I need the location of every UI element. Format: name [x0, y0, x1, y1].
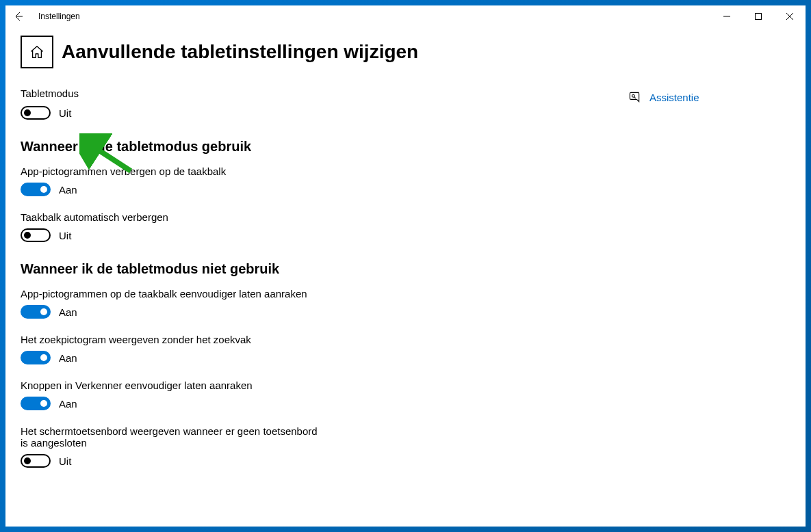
- toggle-row: Uit: [21, 228, 613, 242]
- close-button[interactable]: [774, 5, 806, 27]
- window-controls: [711, 5, 806, 27]
- tabletmode-toggle-row: Uit: [21, 106, 613, 120]
- section-not-using-heading: Wanneer ik de tabletmodus niet gebruik: [21, 261, 613, 277]
- minimize-icon: [723, 13, 730, 20]
- explorer-buttons-toggle[interactable]: [21, 397, 51, 410]
- tabletmode-label: Tabletmodus: [21, 88, 613, 99]
- setting-desc: Het zoekpictogram weergeven zonder het z…: [21, 334, 322, 345]
- tabletmode-toggle[interactable]: [21, 106, 51, 120]
- svg-rect-0: [756, 14, 762, 20]
- home-button[interactable]: [21, 36, 53, 68]
- setting-onscreen-keyboard: Het schermtoetsenbord weergeven wanneer …: [21, 425, 613, 468]
- settings-window: Instellingen Aanvullende tabletinst: [5, 5, 806, 527]
- window-title: Instellingen: [38, 12, 80, 21]
- tabletmode-state: Uit: [59, 107, 71, 119]
- minimize-button[interactable]: [711, 5, 743, 27]
- toggle-row: Uit: [21, 454, 613, 468]
- page-header: Aanvullende tabletinstellingen wijzigen: [21, 36, 613, 68]
- autohide-taskbar-toggle[interactable]: [21, 228, 51, 242]
- hide-app-icons-toggle[interactable]: [21, 183, 51, 196]
- setting-hide-app-icons: App-pictogrammen verbergen op de taakbal…: [21, 165, 613, 196]
- assist-link[interactable]: Assistentie: [649, 92, 699, 103]
- toggle-state: Uit: [59, 230, 71, 241]
- search-icon-toggle[interactable]: [21, 351, 51, 364]
- toggle-row: Aan: [21, 397, 613, 410]
- assist-icon: [628, 90, 641, 104]
- toggle-state: Aan: [59, 184, 77, 196]
- setting-autohide-taskbar: Taakbalk automatisch verbergen Uit: [21, 211, 613, 242]
- content-row: Aanvullende tabletinstellingen wijzigen …: [5, 27, 806, 527]
- titlebar-left: Instellingen: [12, 10, 80, 23]
- onscreen-keyboard-toggle[interactable]: [21, 454, 51, 468]
- section-using-heading: Wanneer ik de tabletmodus gebruik: [21, 139, 613, 155]
- toggle-row: Aan: [21, 183, 613, 196]
- svg-line-4: [634, 97, 636, 98]
- home-icon: [29, 44, 44, 59]
- back-arrow-icon: [13, 11, 24, 22]
- setting-desc: App-pictogrammen verbergen op de taakbal…: [21, 165, 322, 177]
- titlebar: Instellingen: [5, 5, 806, 27]
- toggle-row: Aan: [21, 351, 613, 364]
- maximize-icon: [755, 13, 762, 20]
- toggle-state: Uit: [59, 455, 71, 467]
- setting-search-icon: Het zoekpictogram weergeven zonder het z…: [21, 334, 613, 364]
- toggle-state: Aan: [59, 306, 77, 318]
- setting-touch-app-icons: App-pictogrammen op de taakbalk eenvoudi…: [21, 288, 613, 319]
- setting-desc: Taakbalk automatisch verbergen: [21, 211, 322, 223]
- main-column: Aanvullende tabletinstellingen wijzigen …: [5, 27, 628, 527]
- back-button[interactable]: [12, 10, 25, 23]
- toggle-row: Aan: [21, 305, 613, 319]
- side-column: Assistentie: [628, 27, 806, 527]
- setting-desc: Het schermtoetsenbord weergeven wanneer …: [21, 425, 322, 449]
- setting-desc: App-pictogrammen op de taakbalk eenvoudi…: [21, 288, 322, 300]
- page-title: Aanvullende tabletinstellingen wijzigen: [62, 41, 418, 63]
- setting-explorer-buttons: Knoppen in Verkenner eenvoudiger laten a…: [21, 380, 613, 410]
- maximize-button[interactable]: [743, 5, 774, 27]
- touch-app-icons-toggle[interactable]: [21, 305, 51, 319]
- setting-desc: Knoppen in Verkenner eenvoudiger laten a…: [21, 380, 322, 391]
- toggle-state: Aan: [59, 398, 77, 410]
- toggle-state: Aan: [59, 352, 77, 364]
- assist-row: Assistentie: [628, 90, 792, 104]
- close-icon: [786, 13, 793, 20]
